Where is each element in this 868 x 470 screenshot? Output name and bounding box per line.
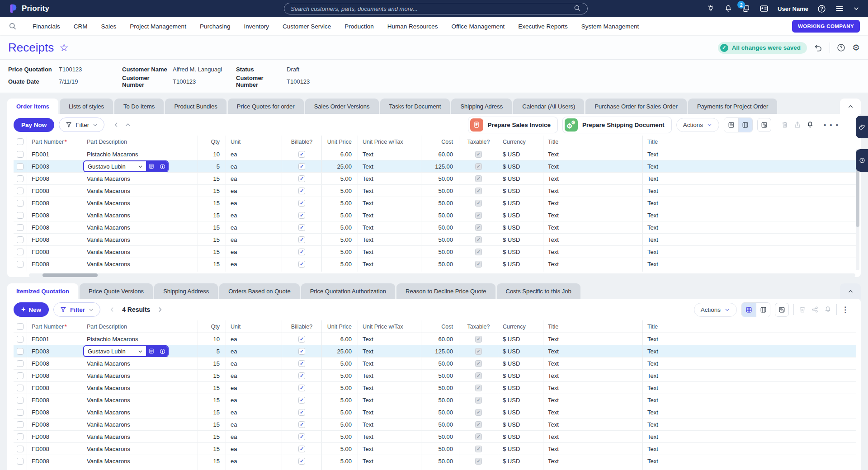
cell-billable[interactable] xyxy=(282,382,322,394)
checkbox[interactable] xyxy=(17,348,24,355)
cell-taxable[interactable] xyxy=(459,455,498,467)
checkbox[interactable] xyxy=(17,397,24,404)
cell-billable[interactable] xyxy=(282,221,322,233)
cell-unit-price[interactable]: 5.00 xyxy=(322,382,358,394)
checkbox[interactable] xyxy=(17,212,24,219)
cell-billable[interactable] xyxy=(282,370,322,381)
tab[interactable]: Tasks for Document xyxy=(380,99,450,114)
tips-lightbulb-icon[interactable] xyxy=(706,4,715,13)
cell-billable[interactable] xyxy=(282,418,322,430)
menu-item[interactable]: Human Resources xyxy=(387,23,438,30)
form-search-icon[interactable] xyxy=(775,303,789,317)
checkbox[interactable] xyxy=(298,421,305,428)
checkbox[interactable] xyxy=(475,446,482,452)
cell-currency[interactable]: $ USD xyxy=(498,370,543,381)
checkbox[interactable] xyxy=(298,200,305,207)
checkbox[interactable] xyxy=(475,458,482,465)
menu-item[interactable]: Financials xyxy=(33,23,60,30)
cell-unit[interactable]: ea xyxy=(226,221,282,233)
cell-title[interactable]: Text xyxy=(543,443,643,455)
cell-currency[interactable]: $ USD xyxy=(498,394,543,406)
cell-taxable[interactable] xyxy=(459,394,498,406)
cell-part-number[interactable]: FD008 xyxy=(27,382,82,394)
info-icon[interactable] xyxy=(157,346,168,356)
cell-billable[interactable] xyxy=(282,455,322,467)
cell-unit-price-w-tax[interactable]: Text xyxy=(358,357,421,369)
cell-title[interactable]: Text xyxy=(643,382,856,394)
cell-billable[interactable] xyxy=(282,209,322,221)
cell-currency[interactable]: $ USD xyxy=(498,333,543,345)
cell-part-number[interactable]: FD001 xyxy=(27,148,82,160)
checkbox[interactable] xyxy=(298,385,305,391)
cell-title[interactable]: Text xyxy=(643,467,856,470)
cell-part-number[interactable]: FD001 xyxy=(27,333,82,345)
cell-taxable[interactable] xyxy=(459,418,498,430)
cell-unit[interactable]: ea xyxy=(226,443,282,455)
tab[interactable]: Product Bundles xyxy=(165,99,226,114)
tab[interactable]: Payments for Project Order xyxy=(688,99,778,114)
cell-currency[interactable]: $ USD xyxy=(498,221,543,233)
checkbox[interactable] xyxy=(298,360,305,367)
tab[interactable]: Reason to Decline Price Quote xyxy=(396,283,495,299)
collapse-section1-button[interactable] xyxy=(840,99,861,114)
cell-unit-price[interactable]: 5.00 xyxy=(322,455,358,467)
cell-qty[interactable]: 15 xyxy=(198,221,226,233)
cell-unit-price-w-tax[interactable]: Text xyxy=(358,185,421,197)
tab[interactable]: Lists of styles xyxy=(60,99,113,114)
menu-search-icon[interactable] xyxy=(8,22,17,31)
checkbox[interactable] xyxy=(475,385,482,391)
cell-currency[interactable]: $ USD xyxy=(498,455,543,467)
cell-unit[interactable]: ea xyxy=(226,173,282,184)
cell-taxable[interactable] xyxy=(459,443,498,455)
column-header-part-number[interactable]: Part Number* xyxy=(27,320,82,333)
cell-unit-price[interactable]: 5.00 xyxy=(322,406,358,418)
notifications-bell-icon[interactable] xyxy=(724,4,733,13)
column-header-billable[interactable]: Billable? xyxy=(282,136,322,148)
cell-cost[interactable]: 50.00 xyxy=(421,270,459,272)
cell-title[interactable]: Text xyxy=(543,467,643,470)
cell-taxable[interactable] xyxy=(459,382,498,394)
chevron-down-icon[interactable] xyxy=(137,161,146,171)
cell-cost[interactable]: 50.00 xyxy=(421,418,459,430)
cell-part-description[interactable]: Gustavo Lubin xyxy=(82,345,198,357)
cell-cost[interactable]: 50.00 xyxy=(421,209,459,221)
cell-title[interactable]: Text xyxy=(643,173,856,184)
checkbox[interactable] xyxy=(17,151,24,158)
pay-now-button[interactable]: Pay Now xyxy=(14,118,54,132)
cell-taxable[interactable] xyxy=(459,197,498,209)
checkbox[interactable] xyxy=(298,372,305,379)
cell-cost[interactable]: 50.00 xyxy=(421,443,459,455)
scroll-up-icon[interactable] xyxy=(124,121,132,128)
cell-taxable[interactable] xyxy=(459,333,498,345)
checkbox[interactable] xyxy=(475,224,482,231)
checkbox[interactable] xyxy=(475,348,482,355)
checkbox[interactable] xyxy=(475,409,482,416)
cell-unit[interactable]: ea xyxy=(226,209,282,221)
cell-title[interactable]: Text xyxy=(543,148,643,160)
cell-qty[interactable]: 15 xyxy=(198,234,226,245)
cell-cost[interactable]: 50.00 xyxy=(421,258,459,270)
cell-unit-price-w-tax[interactable]: Text xyxy=(358,345,421,357)
cell-part-number[interactable]: FD008 xyxy=(27,221,82,233)
cell-part-number[interactable]: FD008 xyxy=(27,418,82,430)
cell-qty[interactable]: 15 xyxy=(198,197,226,209)
cell-title[interactable]: Text xyxy=(543,357,643,369)
actions-button[interactable]: Actions xyxy=(676,118,719,132)
prepare-sales-invoice-button[interactable]: Prepare Sales Invoice xyxy=(468,117,558,133)
cell-cost[interactable]: 50.00 xyxy=(421,431,459,442)
cell-unit[interactable]: ea xyxy=(226,418,282,430)
cell-part-description[interactable]: Vanila Macarons xyxy=(82,221,198,233)
cell-billable[interactable] xyxy=(282,345,322,357)
cell-title[interactable]: Text xyxy=(543,394,643,406)
column-header-unit[interactable]: Unit xyxy=(226,320,282,333)
cell-unit[interactable]: ea xyxy=(226,160,282,172)
cell-unit[interactable]: ea xyxy=(226,234,282,245)
cell-unit-price-w-tax[interactable]: Text xyxy=(358,258,421,270)
cell-cost[interactable]: 50.00 xyxy=(421,173,459,184)
checkbox[interactable] xyxy=(17,409,24,416)
cell-part-number[interactable]: FD008 xyxy=(27,185,82,197)
cell-unit[interactable]: ea xyxy=(226,258,282,270)
cell-unit[interactable]: ea xyxy=(226,197,282,209)
horizontal-scrollbar[interactable] xyxy=(29,273,855,277)
cell-currency[interactable]: $ USD xyxy=(498,197,543,209)
